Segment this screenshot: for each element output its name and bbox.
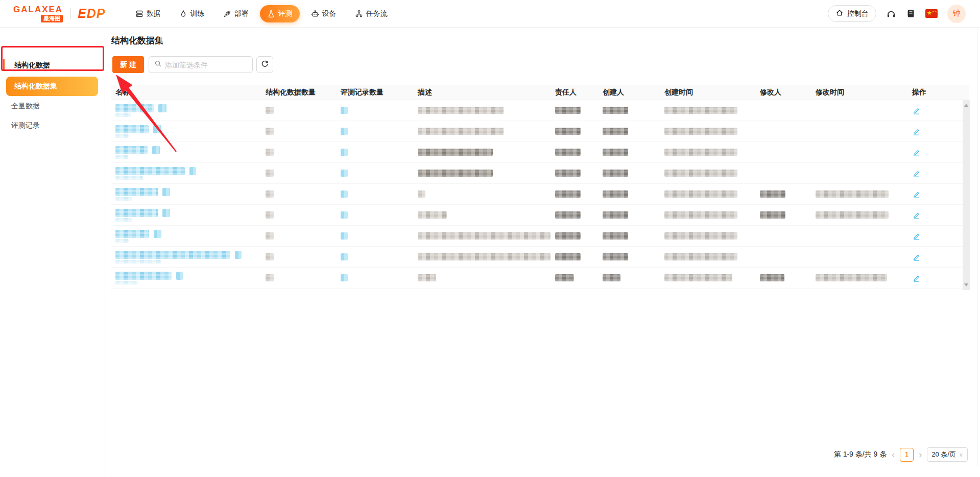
owner-redacted <box>555 211 581 219</box>
table-row[interactable] <box>111 268 969 289</box>
flag-cn-icon[interactable]: ★✦✦ <box>925 9 938 18</box>
current-page-button[interactable]: 1 <box>900 448 914 462</box>
eval-count-redacted <box>341 253 348 260</box>
structured-count-redacted <box>266 274 274 281</box>
eval-count-redacted <box>341 107 348 114</box>
col-name: 名称 <box>111 88 261 97</box>
owner-redacted <box>555 149 581 156</box>
refresh-button[interactable] <box>256 56 273 73</box>
refresh-icon <box>260 59 269 70</box>
nav-item-deploy[interactable]: 部署 <box>216 5 256 22</box>
name-subline-redacted <box>115 197 132 201</box>
nav-item-workflow[interactable]: 任务流 <box>348 5 395 22</box>
new-button[interactable]: 新 建 <box>112 56 144 73</box>
console-button[interactable]: 控制台 <box>828 5 876 22</box>
creator-redacted <box>603 232 628 240</box>
edit-icon[interactable] <box>912 274 921 282</box>
dataset-name-redacted[interactable] <box>115 272 172 280</box>
next-page-button[interactable]: › <box>918 450 923 459</box>
structured-count-redacted <box>266 170 274 177</box>
edit-icon[interactable] <box>912 253 921 261</box>
name-suffix-icon-redacted <box>235 251 242 259</box>
modify-time-redacted <box>816 211 889 219</box>
creator-redacted <box>603 274 620 281</box>
owner-redacted <box>555 170 581 177</box>
col-modifier: 修改人 <box>756 88 811 97</box>
dataset-name-redacted[interactable] <box>115 230 149 238</box>
edit-icon[interactable] <box>912 232 921 241</box>
name-suffix-icon-redacted <box>152 146 160 154</box>
rocket-icon <box>223 10 231 18</box>
nav-item-training[interactable]: 训练 <box>172 5 212 22</box>
description-redacted <box>418 170 493 177</box>
creator-redacted <box>603 107 628 114</box>
nav-item-devices[interactable]: 设备 <box>304 5 344 22</box>
brand-divider <box>70 8 71 19</box>
description-redacted <box>418 211 447 219</box>
filter-search-box[interactable] <box>149 56 253 73</box>
dataset-name-redacted[interactable] <box>115 167 185 175</box>
col-create-time: 创建时间 <box>660 88 756 97</box>
pagination-summary: 第 1-9 条/共 9 条 <box>834 450 887 459</box>
sidebar-item-structured-dataset[interactable]: 结构化数据集 <box>6 77 98 96</box>
name-suffix-icon-redacted <box>189 167 196 175</box>
owner-redacted <box>555 190 581 198</box>
create-time-redacted <box>664 190 737 198</box>
name-subline-redacted <box>115 281 138 284</box>
dataset-name-redacted[interactable] <box>115 209 158 217</box>
table-row[interactable] <box>111 142 969 163</box>
search-input[interactable] <box>165 61 242 69</box>
table-row[interactable] <box>111 247 969 268</box>
name-subline-redacted <box>115 155 128 159</box>
edit-icon[interactable] <box>912 211 921 220</box>
creator-redacted <box>603 149 628 156</box>
table-row[interactable] <box>111 121 969 142</box>
table-row[interactable] <box>111 226 969 247</box>
creator-redacted <box>603 211 628 219</box>
description-redacted <box>418 149 493 156</box>
top-navigation-bar: GALAXEA 星海图 EDP 数据 训练 部署 评测 <box>0 0 980 28</box>
nav-item-evaluation[interactable]: 评测 <box>260 5 300 22</box>
scroll-down-arrow[interactable] <box>964 283 968 287</box>
sidebar-group-structured-data[interactable]: 结构化数据 <box>14 61 50 70</box>
page-title: 结构化数据集 <box>111 35 163 46</box>
dataset-name-redacted[interactable] <box>115 125 149 133</box>
dataset-name-redacted[interactable] <box>115 104 154 112</box>
nav-item-data[interactable]: 数据 <box>128 5 168 22</box>
owner-redacted <box>555 253 581 260</box>
edit-icon[interactable] <box>912 169 921 178</box>
table-row[interactable] <box>111 205 969 226</box>
sidebar-item-eval-records[interactable]: 评测记录 <box>11 120 40 130</box>
sidebar-item-full-data[interactable]: 全量数据 <box>11 101 40 111</box>
eval-count-redacted <box>341 211 348 219</box>
dataset-name-redacted[interactable] <box>115 251 230 259</box>
edit-icon[interactable] <box>912 148 921 157</box>
table-row[interactable] <box>111 184 969 205</box>
edit-icon[interactable] <box>912 190 921 199</box>
dataset-name-redacted[interactable] <box>115 188 158 196</box>
col-description: 描述 <box>414 88 551 97</box>
table-scrollbar[interactable] <box>963 100 970 290</box>
docs-icon[interactable] <box>906 9 916 18</box>
edit-icon[interactable] <box>912 106 921 115</box>
headset-icon[interactable] <box>886 9 896 19</box>
create-time-redacted <box>664 274 732 281</box>
col-owner: 责任人 <box>551 88 599 97</box>
edit-icon[interactable] <box>912 127 921 136</box>
structured-count-redacted <box>266 211 274 219</box>
creator-redacted <box>603 253 628 260</box>
scroll-up-arrow[interactable] <box>964 104 968 107</box>
creator-redacted <box>603 170 628 177</box>
modifier-redacted <box>760 190 785 198</box>
card-bottom-border <box>111 466 968 466</box>
structured-count-redacted <box>266 107 274 114</box>
name-suffix-icon-redacted <box>176 272 183 280</box>
page-size-select[interactable]: 20 条/页 ∨ <box>927 447 968 462</box>
table-row[interactable] <box>111 100 969 121</box>
col-eval-count: 评测记录数量 <box>337 88 414 97</box>
avatar[interactable]: 钟 <box>947 5 966 23</box>
table-row[interactable] <box>111 163 969 184</box>
prev-page-button[interactable]: ‹ <box>891 450 896 459</box>
dataset-name-redacted[interactable] <box>115 146 148 154</box>
col-creator: 创建人 <box>599 88 660 97</box>
